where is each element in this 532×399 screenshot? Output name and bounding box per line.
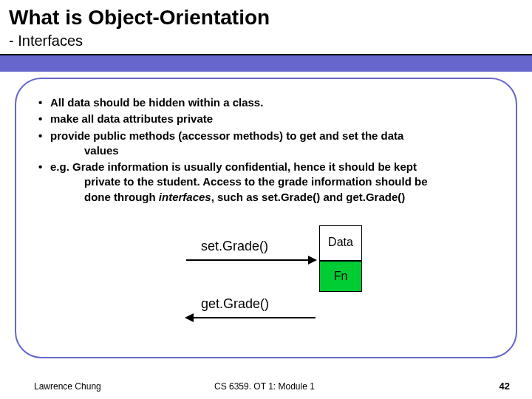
- arrow-left-icon: [186, 317, 316, 318]
- bullet-item: provide public methods (accessor methods…: [37, 129, 495, 159]
- get-method-label: get.Grade(): [201, 296, 269, 312]
- content-panel: All data should be hidden within a class…: [15, 78, 517, 358]
- slide-title: What is Object-Orientation: [0, 0, 532, 33]
- arrow-right-icon: [186, 259, 316, 261]
- bullet-item: make all data attributes private: [37, 112, 495, 126]
- bullet-text: provide public methods (accessor methods…: [50, 129, 403, 142]
- footer-author: Lawrence Chung: [34, 381, 101, 392]
- data-box: Data: [319, 225, 362, 261]
- bullet-text-cont: private to the student. Access to the gr…: [50, 174, 495, 189]
- bullet-item: e.g. Grade information is usually confid…: [37, 160, 495, 205]
- footer-page-number: 42: [499, 381, 510, 392]
- content-area: All data should be hidden within a class…: [0, 72, 532, 358]
- interface-diagram: set.Grade() get.Grade() Data Fn: [186, 225, 378, 329]
- footer-course: CS 6359. OT 1: Module 1: [214, 381, 315, 392]
- bullet-text-cont: values: [50, 143, 495, 158]
- bullet-text-part: done through: [84, 191, 159, 203]
- fn-box: Fn: [319, 261, 362, 292]
- bullet-text-part: , such as set.Grade() and get.Grade(): [211, 191, 406, 203]
- bullet-item: All data should be hidden within a class…: [37, 95, 495, 110]
- accent-band: [0, 55, 532, 72]
- emphasis-text: interfaces: [159, 191, 211, 203]
- bullet-text-cont: done through interfaces, such as set.Gra…: [50, 190, 495, 205]
- bullet-text: e.g. Grade information is usually confid…: [50, 160, 417, 173]
- set-method-label: set.Grade(): [201, 239, 268, 254]
- bullet-list: All data should be hidden within a class…: [37, 95, 495, 205]
- slide-subtitle: - Interfaces: [0, 33, 532, 54]
